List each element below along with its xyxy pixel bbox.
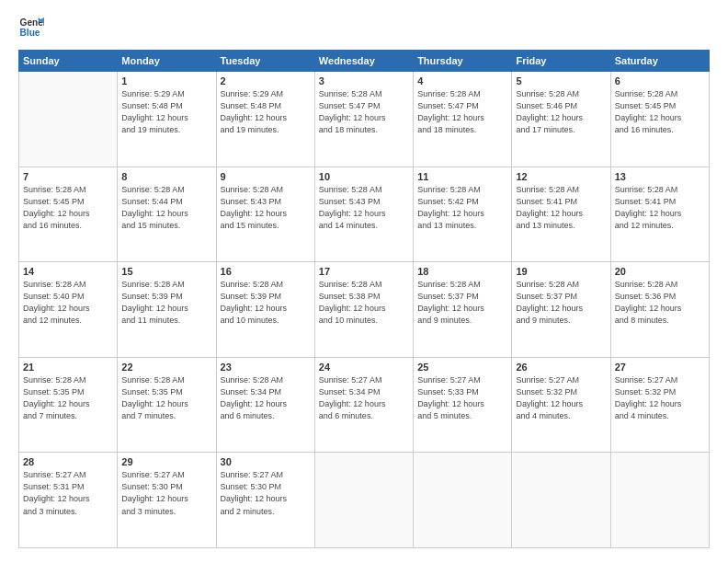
calendar-cell: 27Sunrise: 5:27 AM Sunset: 5:32 PM Dayli… <box>610 357 709 453</box>
calendar-cell: 6Sunrise: 5:28 AM Sunset: 5:45 PM Daylig… <box>610 72 709 167</box>
calendar-cell: 23Sunrise: 5:28 AM Sunset: 5:34 PM Dayli… <box>216 357 314 453</box>
day-info: Sunrise: 5:28 AM Sunset: 5:38 PM Dayligh… <box>319 279 409 327</box>
day-info: Sunrise: 5:29 AM Sunset: 5:48 PM Dayligh… <box>121 88 211 136</box>
day-info: Sunrise: 5:28 AM Sunset: 5:35 PM Dayligh… <box>121 374 211 422</box>
calendar-cell: 10Sunrise: 5:28 AM Sunset: 5:43 PM Dayli… <box>314 167 413 262</box>
weekday-header-monday: Monday <box>118 51 216 72</box>
calendar-cell: 19Sunrise: 5:28 AM Sunset: 5:37 PM Dayli… <box>512 262 610 358</box>
logo-icon: General Blue <box>18 15 44 40</box>
calendar-cell: 15Sunrise: 5:28 AM Sunset: 5:39 PM Dayli… <box>118 262 216 358</box>
day-number: 5 <box>516 75 606 86</box>
calendar-cell: 13Sunrise: 5:28 AM Sunset: 5:41 PM Dayli… <box>610 167 709 262</box>
weekday-header-sunday: Sunday <box>19 51 118 72</box>
calendar-cell: 26Sunrise: 5:27 AM Sunset: 5:32 PM Dayli… <box>512 357 610 453</box>
calendar-week-0: 1Sunrise: 5:29 AM Sunset: 5:48 PM Daylig… <box>19 72 710 167</box>
day-number: 14 <box>23 266 113 277</box>
day-info: Sunrise: 5:28 AM Sunset: 5:45 PM Dayligh… <box>23 184 113 232</box>
day-info: Sunrise: 5:29 AM Sunset: 5:48 PM Dayligh… <box>221 88 311 136</box>
day-info: Sunrise: 5:28 AM Sunset: 5:39 PM Dayligh… <box>221 279 311 327</box>
calendar-week-4: 28Sunrise: 5:27 AM Sunset: 5:31 PM Dayli… <box>19 453 710 548</box>
day-number: 20 <box>615 266 705 277</box>
calendar-cell: 24Sunrise: 5:27 AM Sunset: 5:34 PM Dayli… <box>314 357 413 453</box>
day-number: 19 <box>516 266 606 277</box>
day-number: 21 <box>23 362 113 373</box>
day-info: Sunrise: 5:28 AM Sunset: 5:34 PM Dayligh… <box>221 374 311 422</box>
day-number: 8 <box>121 171 211 182</box>
calendar-cell: 18Sunrise: 5:28 AM Sunset: 5:37 PM Dayli… <box>414 262 512 358</box>
calendar-cell: 3Sunrise: 5:28 AM Sunset: 5:47 PM Daylig… <box>314 72 413 167</box>
day-number: 6 <box>615 75 705 86</box>
weekday-header-friday: Friday <box>512 51 610 72</box>
day-info: Sunrise: 5:28 AM Sunset: 5:40 PM Dayligh… <box>23 279 113 327</box>
calendar-cell: 28Sunrise: 5:27 AM Sunset: 5:31 PM Dayli… <box>19 453 118 548</box>
day-number: 11 <box>417 171 507 182</box>
logo: General Blue <box>18 15 48 40</box>
weekday-header-row: SundayMondayTuesdayWednesdayThursdayFrid… <box>19 51 710 72</box>
day-info: Sunrise: 5:28 AM Sunset: 5:42 PM Dayligh… <box>417 184 507 232</box>
calendar-table: SundayMondayTuesdayWednesdayThursdayFrid… <box>18 50 710 548</box>
calendar-cell: 2Sunrise: 5:29 AM Sunset: 5:48 PM Daylig… <box>216 72 314 167</box>
calendar-cell <box>19 72 118 167</box>
calendar-cell: 16Sunrise: 5:28 AM Sunset: 5:39 PM Dayli… <box>216 262 314 358</box>
day-info: Sunrise: 5:28 AM Sunset: 5:36 PM Dayligh… <box>615 279 705 327</box>
day-info: Sunrise: 5:28 AM Sunset: 5:37 PM Dayligh… <box>417 279 507 327</box>
day-number: 10 <box>319 171 409 182</box>
day-number: 16 <box>221 266 311 277</box>
calendar-cell <box>414 453 512 548</box>
day-number: 15 <box>121 266 211 277</box>
weekday-header-tuesday: Tuesday <box>216 51 314 72</box>
day-number: 17 <box>319 266 409 277</box>
day-info: Sunrise: 5:27 AM Sunset: 5:30 PM Dayligh… <box>121 469 211 517</box>
day-number: 2 <box>221 75 311 86</box>
calendar-cell: 30Sunrise: 5:27 AM Sunset: 5:30 PM Dayli… <box>216 453 314 548</box>
day-info: Sunrise: 5:28 AM Sunset: 5:47 PM Dayligh… <box>319 88 409 136</box>
day-info: Sunrise: 5:28 AM Sunset: 5:45 PM Dayligh… <box>615 88 705 136</box>
day-info: Sunrise: 5:28 AM Sunset: 5:44 PM Dayligh… <box>121 184 211 232</box>
weekday-header-wednesday: Wednesday <box>314 51 413 72</box>
calendar-cell: 14Sunrise: 5:28 AM Sunset: 5:40 PM Dayli… <box>19 262 118 358</box>
day-info: Sunrise: 5:28 AM Sunset: 5:43 PM Dayligh… <box>319 184 409 232</box>
day-info: Sunrise: 5:27 AM Sunset: 5:32 PM Dayligh… <box>615 374 705 422</box>
day-number: 3 <box>319 75 409 86</box>
calendar-week-1: 7Sunrise: 5:28 AM Sunset: 5:45 PM Daylig… <box>19 167 710 262</box>
calendar-cell: 8Sunrise: 5:28 AM Sunset: 5:44 PM Daylig… <box>118 167 216 262</box>
calendar-cell: 22Sunrise: 5:28 AM Sunset: 5:35 PM Dayli… <box>118 357 216 453</box>
calendar-cell: 21Sunrise: 5:28 AM Sunset: 5:35 PM Dayli… <box>19 357 118 453</box>
day-info: Sunrise: 5:28 AM Sunset: 5:41 PM Dayligh… <box>615 184 705 232</box>
day-number: 22 <box>121 362 211 373</box>
day-number: 25 <box>417 362 507 373</box>
day-number: 13 <box>615 171 705 182</box>
day-info: Sunrise: 5:28 AM Sunset: 5:39 PM Dayligh… <box>121 279 211 327</box>
calendar-cell: 1Sunrise: 5:29 AM Sunset: 5:48 PM Daylig… <box>118 72 216 167</box>
calendar-cell: 12Sunrise: 5:28 AM Sunset: 5:41 PM Dayli… <box>512 167 610 262</box>
day-info: Sunrise: 5:28 AM Sunset: 5:47 PM Dayligh… <box>417 88 507 136</box>
day-number: 30 <box>221 456 311 467</box>
day-info: Sunrise: 5:27 AM Sunset: 5:33 PM Dayligh… <box>417 374 507 422</box>
day-number: 7 <box>23 171 113 182</box>
day-number: 29 <box>121 456 211 467</box>
day-number: 12 <box>516 171 606 182</box>
calendar-cell: 11Sunrise: 5:28 AM Sunset: 5:42 PM Dayli… <box>414 167 512 262</box>
day-info: Sunrise: 5:28 AM Sunset: 5:46 PM Dayligh… <box>516 88 606 136</box>
day-info: Sunrise: 5:28 AM Sunset: 5:37 PM Dayligh… <box>516 279 606 327</box>
day-number: 9 <box>221 171 311 182</box>
calendar-week-3: 21Sunrise: 5:28 AM Sunset: 5:35 PM Dayli… <box>19 357 710 453</box>
day-number: 23 <box>221 362 311 373</box>
day-number: 26 <box>516 362 606 373</box>
page: General Blue SundayMondayTuesdayWednesda… <box>0 0 728 563</box>
day-info: Sunrise: 5:27 AM Sunset: 5:34 PM Dayligh… <box>319 374 409 422</box>
day-number: 1 <box>121 75 211 86</box>
weekday-header-saturday: Saturday <box>610 51 709 72</box>
day-number: 18 <box>417 266 507 277</box>
calendar-cell <box>314 453 413 548</box>
svg-text:General: General <box>20 17 44 28</box>
calendar-cell: 17Sunrise: 5:28 AM Sunset: 5:38 PM Dayli… <box>314 262 413 358</box>
day-number: 4 <box>417 75 507 86</box>
day-info: Sunrise: 5:28 AM Sunset: 5:35 PM Dayligh… <box>23 374 113 422</box>
calendar-cell: 29Sunrise: 5:27 AM Sunset: 5:30 PM Dayli… <box>118 453 216 548</box>
weekday-header-thursday: Thursday <box>414 51 512 72</box>
day-number: 28 <box>23 456 113 467</box>
day-number: 27 <box>615 362 705 373</box>
day-info: Sunrise: 5:27 AM Sunset: 5:30 PM Dayligh… <box>221 469 311 517</box>
day-info: Sunrise: 5:27 AM Sunset: 5:31 PM Dayligh… <box>23 469 113 517</box>
